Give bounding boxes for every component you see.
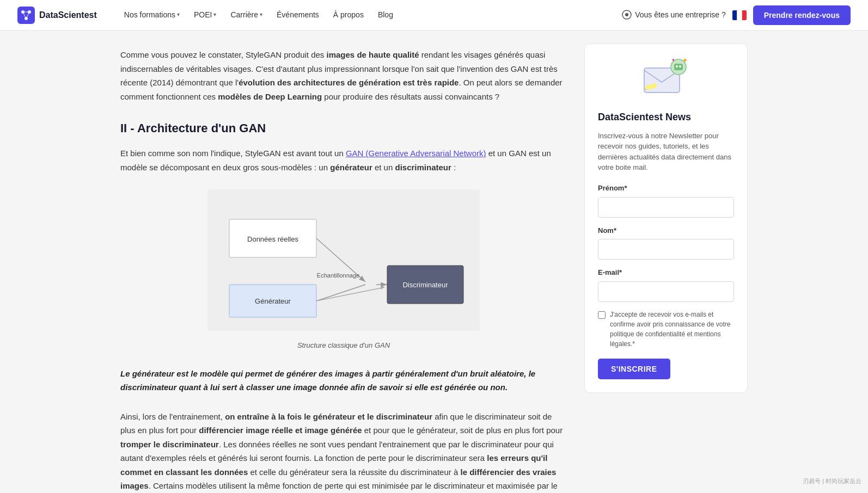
svg-text:Discriminateur: Discriminateur — [402, 281, 448, 289]
prenom-label: Prénom* — [598, 183, 734, 194]
email-input[interactable] — [598, 281, 734, 302]
newsletter-desc: Inscrivez-vous à notre Newsletter pour r… — [598, 131, 734, 173]
diagram-caption: Structure classique d'un GAN — [202, 340, 485, 352]
nav-formations[interactable]: Nos formations ▾ — [119, 5, 185, 24]
newsletter-icon: ✦ ✦ — [641, 57, 690, 101]
logo-text: DataScientest — [39, 8, 97, 22]
bottom-bold-3: tromper le discriminateur — [120, 440, 219, 449]
consent-row: J'accepte de recevoir vos e-mails et con… — [598, 310, 734, 349]
bottom-paragraph: Ainsi, lors de l'entrainement, on entraî… — [120, 410, 567, 493]
svg-text:Echantillonnage: Echantillonnage — [317, 272, 359, 279]
newsletter-icon-wrap: ✦ ✦ — [598, 57, 734, 101]
svg-point-27 — [679, 65, 681, 67]
chevron-down-icon: ▾ — [177, 10, 180, 19]
newsletter-card: ✦ ✦ DataScientest News Inscrivez-vous à … — [584, 44, 748, 393]
enterprise-link[interactable]: Vous êtes une entreprise ? — [622, 9, 726, 21]
intro-bold-3: modèles de Deep Learning — [218, 92, 322, 101]
logo-link[interactable]: DataScientest — [17, 7, 97, 24]
consent-label: J'accepte de recevoir vos e-mails et con… — [610, 310, 734, 349]
page-wrapper: Comme vous pouvez le constater, StyleGAN… — [107, 0, 761, 493]
nav-evenements[interactable]: Événements — [271, 5, 325, 24]
sidebar: ✦ ✦ DataScientest News Inscrivez-vous à … — [584, 39, 748, 493]
svg-text:Données réelles: Données réelles — [247, 235, 298, 243]
nav-poei[interactable]: POEI ▾ — [188, 5, 222, 24]
navbar: DataScientest Nos formations ▾ POEI ▾ Ca… — [0, 0, 868, 30]
chevron-down-icon: ▾ — [260, 10, 262, 19]
svg-rect-25 — [674, 64, 683, 70]
newsletter-title: DataScientest News — [598, 109, 734, 125]
svg-text:✦: ✦ — [682, 57, 688, 64]
subscribe-button[interactable]: S'INSCRIRE — [598, 359, 670, 379]
language-flag[interactable] — [732, 10, 747, 20]
enterprise-icon — [622, 10, 632, 20]
nav-apropos[interactable]: À propos — [328, 5, 369, 24]
intro-paragraph: Comme vous pouvez le constater, StyleGAN… — [120, 48, 567, 103]
email-label: E-mail* — [598, 267, 734, 279]
svg-point-26 — [676, 65, 678, 67]
gan-link[interactable]: GAN (Generative Adversarial Network) — [346, 149, 486, 158]
generateur-text: générateur — [330, 163, 372, 172]
svg-text:✦: ✦ — [671, 58, 675, 63]
prenom-group: Prénom* — [598, 183, 734, 218]
nav-links: Nos formations ▾ POEI ▾ Carrière ▾ Événe… — [119, 5, 622, 24]
svg-rect-0 — [17, 7, 35, 24]
prenom-input[interactable] — [598, 197, 734, 218]
nom-input[interactable] — [598, 239, 734, 260]
quote-block: Le générateur est le modèle qui permet d… — [120, 367, 567, 395]
quote-text: Le générateur est le modèle qui permet d… — [120, 367, 567, 395]
watermark: 刃易号 | 时尚玩家岳云 — [803, 477, 861, 486]
bottom-bold-1: on entraîne à la fois le générateur et l… — [225, 412, 432, 421]
consent-checkbox[interactable] — [598, 311, 606, 319]
gan-diagram: Données réelles Générateur Echantillonna… — [207, 189, 480, 331]
logo-icon — [17, 7, 35, 24]
chevron-down-icon: ▾ — [213, 10, 216, 19]
flag-red — [742, 10, 747, 20]
section-intro: Et bien comme son nom l'indique, StyleGA… — [120, 146, 567, 174]
discriminateur-text: discriminateur — [395, 163, 451, 172]
nav-carriere[interactable]: Carrière ▾ — [225, 5, 268, 24]
flag-white — [737, 10, 742, 20]
flag-blue — [732, 10, 737, 20]
nav-blog[interactable]: Blog — [372, 5, 399, 24]
section-title: II - Architecture d'un GAN — [120, 119, 567, 138]
diagram-container: Données réelles Générateur Echantillonna… — [202, 189, 485, 352]
main-content: Comme vous pouvez le constater, StyleGAN… — [120, 39, 567, 493]
intro-bold-1: images de haute qualité — [327, 50, 419, 59]
cta-button[interactable]: Prendre rendez-vous — [753, 5, 851, 25]
nav-right: Vous êtes une entreprise ? Prendre rende… — [622, 5, 851, 25]
intro-bold-2: évolution des architectures de génératio… — [239, 78, 459, 87]
svg-text:Générateur: Générateur — [255, 297, 291, 305]
nom-label: Nom* — [598, 225, 734, 237]
bottom-bold-2: différencier image réelle et image génér… — [199, 426, 362, 435]
nom-group: Nom* — [598, 225, 734, 260]
email-group: E-mail* — [598, 267, 734, 302]
